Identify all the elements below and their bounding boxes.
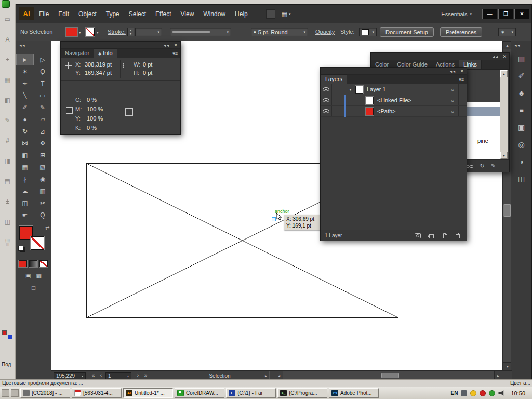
bridge-icon[interactable] (266, 9, 275, 19)
symbol-sprayer-tool[interactable]: ☁ (16, 185, 34, 197)
clock[interactable]: 10:50 (508, 390, 528, 396)
menu-window[interactable]: Window (198, 10, 230, 18)
layer-row[interactable]: <Linked File> ○ (321, 95, 467, 106)
gradient-button[interactable] (29, 260, 37, 267)
lock-toggle[interactable] (332, 95, 339, 105)
tab-navigator[interactable]: Navigator (61, 49, 94, 58)
artboard-combo[interactable]: 1 ▾ (105, 372, 131, 379)
arrange-documents-button[interactable]: ▦ ▾ (282, 10, 291, 18)
select-similar-button[interactable]: ✶ ▾ (498, 28, 516, 36)
background-tool-icon[interactable]: # (3, 136, 13, 146)
vertical-scroll-thumb[interactable] (504, 204, 511, 217)
stroke-link[interactable]: Stroke: (108, 29, 126, 35)
quick-launch-icon[interactable] (11, 389, 19, 397)
draw-behind-icon[interactable]: ▩ (36, 272, 42, 279)
lock-toggle[interactable] (332, 106, 339, 116)
menu-object[interactable]: Object (74, 10, 101, 18)
visibility-toggle[interactable] (321, 95, 332, 105)
screen-mode-icon[interactable]: □ (32, 284, 35, 291)
graphic-styles-panel-icon[interactable]: ▣ (515, 121, 528, 134)
menu-file[interactable]: File (34, 10, 54, 18)
column-graph-tool[interactable]: ▥ (34, 185, 51, 197)
background-tool-icon[interactable]: ░ (3, 237, 13, 247)
menu-view[interactable]: View (176, 10, 199, 18)
blend-tool[interactable]: ◉ (34, 173, 51, 185)
free-transform-tool[interactable]: ✥ (34, 137, 51, 149)
control-panel-menu-icon[interactable]: ≡ (521, 29, 524, 35)
background-tool-icon[interactable]: + (3, 55, 13, 65)
layer-thumbnail[interactable] (355, 86, 363, 94)
direct-selection-tool[interactable]: ▷ (34, 54, 51, 65)
color-button[interactable] (19, 260, 27, 267)
first-artboard-icon[interactable]: « (90, 372, 97, 379)
layer-thumbnail[interactable] (366, 108, 374, 115)
edit-original-icon[interactable]: ✎ (491, 163, 496, 169)
scroll-down-icon[interactable]: ▼ (500, 152, 508, 159)
selection-column[interactable] (458, 95, 467, 105)
panel-menu-icon[interactable]: ▾≡ (459, 77, 464, 82)
visibility-toggle[interactable] (321, 84, 332, 95)
taskbar-button[interactable]: CorelDRAW... (175, 388, 224, 398)
scroll-up-icon[interactable]: ▲ (500, 70, 508, 77)
make-clipping-mask-icon[interactable] (414, 232, 422, 240)
panel-menu-icon[interactable]: ▾≡ (172, 51, 178, 56)
scale-tool[interactable]: ⊿ (34, 125, 51, 137)
style-swatch-combo[interactable]: ▾ (359, 28, 377, 36)
none-button[interactable] (39, 260, 48, 267)
symbols-panel-icon[interactable]: ♣ (515, 87, 528, 99)
background-tool-icon[interactable]: ± (3, 196, 13, 207)
background-tool-icon[interactable]: ▤ (3, 176, 13, 187)
line-segment-tool[interactable]: ╲ (16, 89, 34, 101)
taskbar-button[interactable]: [563-031-4... (72, 388, 122, 398)
update-link-icon[interactable]: ↻ (480, 163, 485, 169)
rectangle-tool[interactable]: ▭ (34, 89, 51, 101)
tab-info[interactable]: ◆Info (94, 48, 117, 58)
perspective-grid-tool[interactable]: ⊞ (34, 149, 51, 161)
target-icon[interactable]: ○ (451, 87, 454, 92)
draw-normal-icon[interactable]: ▣ (25, 272, 31, 279)
horizontal-scroll-thumb[interactable] (381, 373, 399, 378)
opacity-link[interactable]: Opacity (315, 29, 335, 35)
swap-fill-stroke-icon[interactable]: ⇄ (45, 225, 49, 231)
eraser-tool[interactable]: ▱ (34, 113, 51, 125)
stroke-panel-icon[interactable]: ≡ (515, 104, 528, 116)
taskbar-button[interactable]: >_ {C:\Progra... (277, 388, 327, 398)
tab-layers[interactable]: Layers (321, 74, 347, 84)
panel-drag-bar[interactable]: ◄◄ ✕ (61, 42, 180, 49)
zoom-tool[interactable]: Q (34, 209, 51, 221)
collapse-panel-icon[interactable]: ◄◄ (19, 44, 25, 47)
swatches-panel-icon[interactable]: ▦ (515, 52, 528, 65)
target-icon[interactable]: ○ (451, 98, 454, 103)
close-button[interactable]: ✕ (514, 9, 529, 19)
new-layer-icon[interactable] (441, 232, 449, 240)
default-fill-stroke-icon[interactable] (18, 246, 23, 251)
hand-tool[interactable]: ☛ (16, 209, 34, 221)
eyedropper-tool[interactable]: ∤ (16, 173, 34, 185)
zoom-combo[interactable]: 195,229 ▾ (54, 372, 86, 379)
fill-dropdown-icon[interactable]: ▾ (79, 31, 81, 35)
paintbrush-tool[interactable]: ✐ (16, 101, 34, 113)
language-indicator[interactable]: EN (451, 390, 458, 396)
quick-launch-icon[interactable] (2, 389, 9, 397)
background-tool-icon[interactable]: ✎ (3, 115, 13, 126)
background-tool-icon[interactable]: ◨ (3, 156, 13, 166)
close-panel-icon[interactable]: ✕ (460, 69, 464, 74)
selection-column[interactable] (458, 106, 467, 116)
magic-wand-tool[interactable]: ✶ (16, 65, 34, 77)
close-panel-icon[interactable]: ✕ (174, 43, 178, 48)
minimize-button[interactable]: — (482, 9, 497, 19)
taskbar-button[interactable]: F {C:\1} - Far (226, 388, 276, 398)
background-tool-icon[interactable]: ▦ (3, 75, 13, 85)
artboard-tool[interactable]: ◫ (16, 197, 34, 209)
artboards-panel-icon[interactable]: ◫ (515, 172, 528, 185)
preferences-button[interactable]: Preferences (440, 27, 482, 37)
lock-toggle[interactable] (332, 84, 339, 95)
type-tool[interactable]: T (34, 77, 51, 89)
menu-edit[interactable]: Edit (54, 10, 74, 18)
taskbar-button-active[interactable]: Ai Untitled-1* ... (123, 388, 173, 398)
shape-builder-tool[interactable]: ◧ (16, 149, 34, 161)
blob-brush-tool[interactable]: ● (16, 113, 34, 125)
last-artboard-icon[interactable]: » (142, 372, 149, 379)
selection-tool[interactable]: ► (16, 54, 34, 65)
keyboard-tray-icon[interactable] (461, 390, 467, 396)
